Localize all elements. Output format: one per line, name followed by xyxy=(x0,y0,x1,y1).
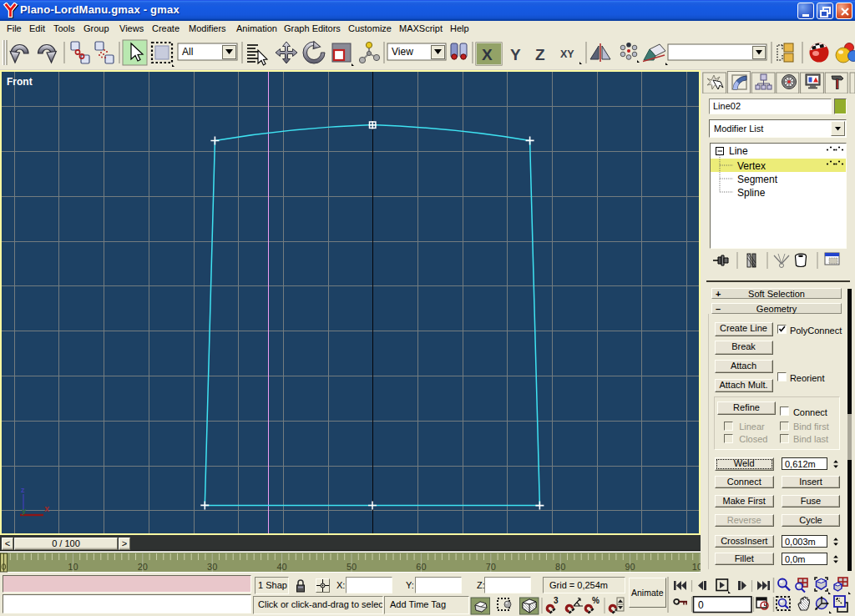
svg-text:Segment: Segment xyxy=(737,174,778,185)
svg-text:X: X xyxy=(482,46,493,63)
svg-text:0: 0 xyxy=(698,599,704,611)
svg-text:View: View xyxy=(392,46,413,58)
svg-text:Y: Y xyxy=(510,46,521,63)
svg-text:Vertex: Vertex xyxy=(737,160,766,172)
svg-text:50: 50 xyxy=(347,562,357,572)
svg-text:20: 20 xyxy=(138,562,148,572)
svg-text:3: 3 xyxy=(554,596,559,605)
svg-text:10: 10 xyxy=(68,562,78,572)
svg-text:100: 100 xyxy=(692,562,701,572)
svg-text:XY: XY xyxy=(560,48,574,60)
svg-text:70: 70 xyxy=(486,562,496,572)
svg-text:Line: Line xyxy=(729,145,748,157)
svg-text:80: 80 xyxy=(555,562,565,572)
svg-text:90: 90 xyxy=(625,562,635,572)
svg-text:Spline: Spline xyxy=(737,187,766,199)
svg-text:%: % xyxy=(592,596,600,605)
svg-text:z: z xyxy=(21,486,25,494)
svg-text:Front: Front xyxy=(7,76,33,88)
svg-text:All: All xyxy=(182,46,193,58)
svg-text:x: x xyxy=(44,503,50,513)
svg-text:y: y xyxy=(22,507,26,515)
svg-text:30: 30 xyxy=(207,562,217,572)
svg-text:Z: Z xyxy=(535,46,545,63)
svg-text:60: 60 xyxy=(416,562,426,572)
svg-text:40: 40 xyxy=(276,562,286,572)
